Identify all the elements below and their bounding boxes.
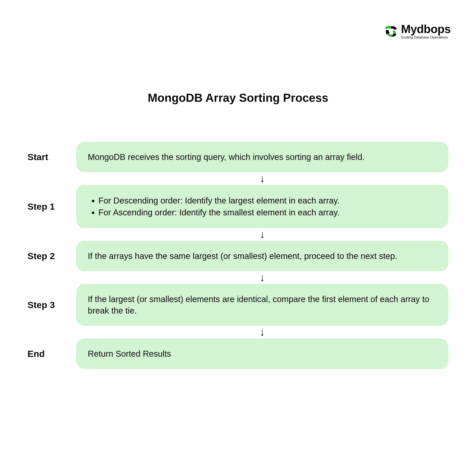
logo-name: Mydbops — [401, 23, 451, 35]
step-card: If the arrays have the same largest (or … — [76, 241, 448, 271]
logo-text-group: Mydbops Scaling Database Operations — [401, 23, 451, 40]
step-label: Step 2 — [28, 251, 70, 261]
logo: Mydbops Scaling Database Operations — [384, 23, 451, 40]
step-label: Start — [28, 152, 70, 162]
arrow-down-icon: ↓ — [76, 326, 448, 339]
step-3: Step 3 If the largest (or smallest) elem… — [28, 284, 448, 326]
step-1: Step 1 For Descending order: Identify th… — [28, 185, 448, 228]
step-label: Step 1 — [28, 201, 70, 212]
step-label: Step 3 — [28, 300, 70, 310]
step-card: If the largest (or smallest) elements ar… — [76, 284, 448, 326]
logo-tagline: Scaling Database Operations — [401, 35, 448, 40]
arrow-down-icon: ↓ — [76, 172, 448, 185]
step-end: End Return Sorted Results — [28, 339, 448, 369]
step-card: MongoDB receives the sorting query, whic… — [76, 142, 448, 172]
step-label: End — [28, 349, 70, 359]
arrow-down-icon: ↓ — [76, 228, 448, 241]
flowchart: Start MongoDB receives the sorting query… — [28, 142, 448, 369]
step-start: Start MongoDB receives the sorting query… — [28, 142, 448, 172]
list-item: For Ascending order: Identify the smalle… — [98, 207, 437, 218]
list-item: For Descending order: Identify the large… — [98, 195, 437, 206]
logo-icon — [384, 24, 399, 39]
step-2: Step 2 If the arrays have the same large… — [28, 241, 448, 271]
arrow-down-icon: ↓ — [76, 271, 448, 284]
page-title: MongoDB Array Sorting Process — [0, 91, 476, 104]
step-card: For Descending order: Identify the large… — [76, 185, 448, 228]
step-card: Return Sorted Results — [76, 339, 448, 369]
